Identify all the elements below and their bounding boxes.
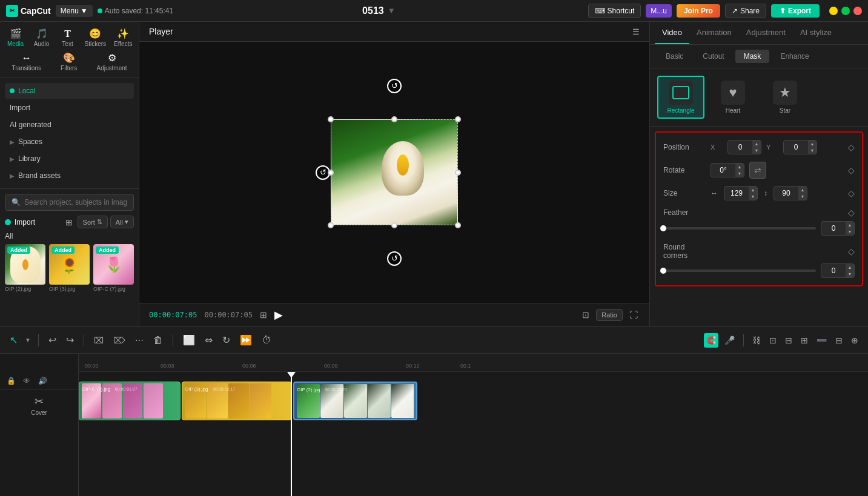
search-bar[interactable]: 🔍: [5, 194, 134, 211]
x-step-up[interactable]: ▲: [752, 141, 761, 147]
tab-adjustment[interactable]: Adjustment: [739, 22, 793, 44]
tool-adjustment[interactable]: ⚙ Adjustment: [93, 50, 131, 74]
handle-br[interactable]: [455, 222, 461, 228]
rotate-keyframe[interactable]: ◇: [848, 165, 855, 175]
close-button[interactable]: [853, 7, 862, 15]
subtab-cutout[interactable]: Cutout: [694, 50, 732, 63]
play-button[interactable]: ▶: [274, 308, 283, 322]
rotate-flip-button[interactable]: ⇌: [749, 162, 766, 179]
handle-mr[interactable]: [455, 170, 461, 176]
clip-1[interactable]: OIP-C (7).jpg 00:00:01:27: [79, 382, 181, 420]
y-input-group[interactable]: 0 ▲ ▼: [783, 140, 817, 154]
x-step-down[interactable]: ▼: [752, 147, 761, 154]
size-keyframe[interactable]: ◇: [848, 188, 855, 198]
tl-delete-button[interactable]: 🗑: [151, 332, 165, 348]
rotate-step-down[interactable]: ▼: [735, 170, 744, 177]
tl-undo-button[interactable]: ↩: [46, 332, 59, 348]
tl-flip-button[interactable]: ⇔: [202, 332, 215, 348]
handle-tr[interactable]: [455, 116, 461, 122]
round-corners-thumb[interactable]: [660, 268, 666, 274]
position-keyframe[interactable]: ◇: [848, 142, 855, 152]
tl-ungroup-button[interactable]: ⊟: [783, 333, 795, 348]
nav-ai-generated[interactable]: AI generated: [5, 117, 134, 133]
mask-shape-rectangle[interactable]: Rectangle: [657, 76, 704, 119]
feather-slider[interactable]: [663, 227, 816, 230]
round-corners-keyframe[interactable]: ◇: [848, 246, 855, 256]
width-step-down[interactable]: ▼: [749, 193, 757, 200]
feather-step-up[interactable]: ▲: [846, 222, 854, 228]
rotate-input-group[interactable]: 0° ▲ ▼: [711, 163, 744, 177]
track-audio-button[interactable]: 🔊: [36, 375, 48, 387]
tl-rotate-button[interactable]: ↻: [220, 332, 233, 348]
maximize-button[interactable]: [841, 7, 850, 15]
tl-redo-button[interactable]: ↪: [64, 332, 76, 348]
join-pro-button[interactable]: Join Pro: [677, 4, 720, 18]
search-input[interactable]: [24, 198, 127, 207]
round-corners-slider[interactable]: [663, 269, 816, 272]
mu-button[interactable]: M...u: [646, 4, 672, 18]
subtab-basic[interactable]: Basic: [657, 50, 692, 63]
import-button[interactable]: Import: [5, 218, 35, 227]
subtab-mask[interactable]: Mask: [735, 50, 770, 63]
menu-button[interactable]: Menu ▼: [56, 5, 93, 17]
media-item[interactable]: 🌷 Added OIP-C (7).jpg: [93, 244, 134, 292]
nav-local[interactable]: Local: [5, 83, 134, 99]
feather-input-group[interactable]: 0 ▲ ▼: [821, 221, 855, 236]
rotate-handle-top[interactable]: ↺: [387, 79, 402, 93]
height-input-group[interactable]: 90 ▲ ▼: [774, 186, 807, 200]
nav-import[interactable]: Import: [5, 100, 134, 116]
tl-speed-button[interactable]: ⏩: [237, 332, 254, 348]
tab-ai-stylize[interactable]: AI stylize: [793, 22, 839, 44]
handle-tm[interactable]: [391, 116, 397, 122]
tool-audio[interactable]: 🎵 Audio: [29, 25, 55, 50]
mask-shape-star[interactable]: ★ Star: [761, 76, 809, 119]
tl-split-right-button[interactable]: ⌦: [111, 333, 128, 348]
media-item[interactable]: Added OIP (2).jpg: [5, 244, 45, 292]
rotate-step-up[interactable]: ▲: [735, 164, 744, 170]
round-corners-step-down[interactable]: ▼: [846, 271, 854, 277]
tool-media[interactable]: 🎬 Media: [3, 25, 28, 50]
tool-stickers[interactable]: 😊 Stickers: [81, 25, 110, 50]
tl-minus-button[interactable]: ➖: [814, 333, 829, 348]
round-corners-input-group[interactable]: 0 ▲ ▼: [821, 263, 855, 278]
fullscreen-button[interactable]: ⛶: [628, 308, 640, 322]
feather-keyframe[interactable]: ◇: [848, 208, 855, 217]
handle-bl[interactable]: [328, 222, 334, 228]
clip-2[interactable]: OIP (3).jpg 00:00:02:17: [182, 382, 292, 420]
feather-thumb[interactable]: [660, 225, 666, 231]
nav-brand-assets[interactable]: ▶ Brand assets: [5, 168, 134, 184]
tl-split-audio-button[interactable]: ⋯: [133, 333, 146, 348]
track-lock-button[interactable]: 🔒: [5, 375, 17, 387]
handle-tl[interactable]: [328, 116, 334, 122]
tl-split-button[interactable]: ⌧: [91, 333, 106, 348]
width-step-up[interactable]: ▲: [749, 187, 757, 193]
tl-crop-button[interactable]: ⬜: [181, 332, 197, 348]
tl-magnet-button[interactable]: 🧲: [704, 333, 718, 348]
fullscreen-snap-button[interactable]: ⊡: [580, 308, 591, 322]
height-step-down[interactable]: ▼: [798, 193, 807, 200]
share-button[interactable]: ↗ Share: [725, 4, 766, 18]
grid-view-button[interactable]: ⊞: [63, 216, 75, 228]
mask-shape-heart[interactable]: ♥ Heart: [709, 76, 757, 119]
timeline-grid-button[interactable]: ⊞: [260, 310, 267, 320]
tl-timeline-minus[interactable]: ⊟: [833, 333, 845, 348]
export-button[interactable]: ⬆ Export: [771, 4, 820, 18]
track-visibility-button[interactable]: 👁: [21, 375, 33, 387]
height-step-up[interactable]: ▲: [798, 187, 807, 193]
minimize-button[interactable]: [829, 7, 838, 15]
cover-icon[interactable]: ✂: [35, 395, 44, 408]
tool-filters[interactable]: 🎨 Filters: [56, 50, 82, 74]
tl-group-button[interactable]: ⊡: [767, 333, 779, 348]
all-filter-button[interactable]: All ▾: [110, 216, 134, 228]
tl-select-tool[interactable]: ↖: [7, 332, 20, 348]
y-step-down[interactable]: ▼: [808, 147, 817, 154]
player-menu-icon[interactable]: ☰: [632, 27, 640, 36]
tl-voice-button[interactable]: 🎤: [722, 333, 737, 348]
tab-animation[interactable]: Animation: [689, 22, 739, 44]
nav-spaces[interactable]: ▶ Spaces: [5, 134, 134, 150]
tab-video[interactable]: Video: [655, 22, 689, 44]
tool-effects[interactable]: ✨ Effects: [110, 25, 136, 50]
x-input-group[interactable]: 0 ▲ ▼: [727, 140, 761, 154]
tool-text[interactable]: T Text: [55, 26, 81, 50]
shortcut-button[interactable]: ⌨ Shortcut: [588, 4, 641, 18]
